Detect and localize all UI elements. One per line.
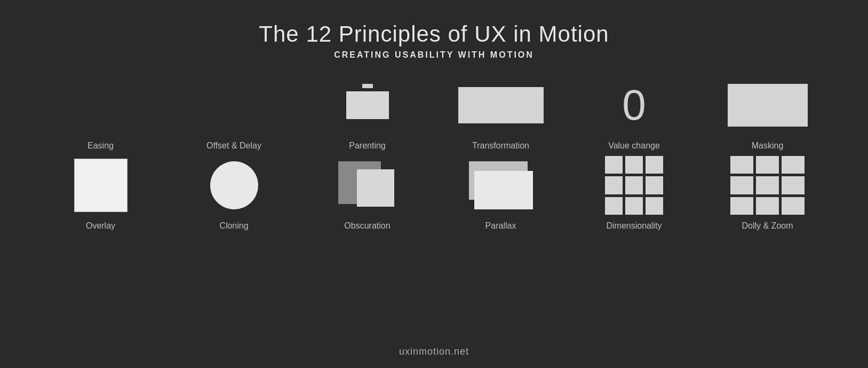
dimensionality-shape: [605, 156, 664, 215]
dimensionality-label: Dimensionality: [606, 221, 662, 231]
principle-parallax: Parallax: [440, 156, 562, 231]
transformation-label: Transformation: [472, 141, 529, 151]
principle-dimensionality: Dimensionality: [573, 156, 696, 231]
obscuration-label: Obscuration: [344, 221, 390, 231]
dolly-cell-9: [782, 197, 805, 215]
masking-shape: [728, 84, 808, 127]
dolly-zoom-shape: [730, 156, 805, 215]
principle-easing: Easing: [39, 76, 162, 151]
cloning-shape: [210, 161, 258, 209]
value-change-icon-area: 0: [622, 76, 646, 135]
parenting-label: Parenting: [349, 141, 386, 151]
easing-icon-area: [79, 76, 122, 135]
easing-shape: [79, 89, 122, 121]
offset-delay-icon-area: [213, 76, 256, 135]
principle-obscuration: Obscuration: [306, 156, 429, 231]
principle-offset-delay: Offset & Delay: [173, 76, 296, 151]
obscuration-front-rect: [357, 169, 394, 207]
dolly-cell-7: [730, 197, 753, 215]
dolly-cell-1: [730, 156, 753, 174]
dim-cell-5: [625, 176, 643, 194]
header: The 12 Principles of UX in Motion CREATI…: [259, 0, 609, 60]
parallax-shape: [469, 161, 533, 209]
dolly-cell-5: [756, 176, 779, 194]
masking-label: Masking: [752, 141, 784, 151]
parenting-top-rect: [362, 84, 373, 88]
dimensionality-icon-area: [605, 156, 664, 215]
dim-cell-2: [625, 156, 643, 174]
parenting-icon-area: [346, 76, 389, 135]
easing-label: Easing: [87, 141, 114, 151]
parallax-front-rect: [474, 171, 533, 209]
principle-cloning: Cloning: [173, 156, 296, 231]
cloning-icon-area: [210, 156, 258, 215]
offset-delay-shape: [213, 89, 256, 121]
page-subtitle: CREATING USABILITY WITH MOTION: [259, 50, 609, 60]
offset-delay-label: Offset & Delay: [206, 141, 261, 151]
page-title: The 12 Principles of UX in Motion: [259, 21, 609, 47]
dolly-zoom-icon-area: [730, 156, 805, 215]
overlay-label: Overlay: [86, 221, 115, 231]
principle-parenting: Parenting: [306, 76, 429, 151]
obscuration-shape: [338, 161, 397, 209]
dim-cell-1: [605, 156, 623, 174]
dim-cell-7: [605, 197, 623, 215]
obscuration-icon-area: [338, 156, 397, 215]
parallax-icon-area: [469, 156, 533, 215]
principle-overlay: Overlay: [39, 156, 162, 231]
dim-cell-4: [605, 176, 623, 194]
dolly-cell-4: [730, 176, 753, 194]
dolly-cell-2: [756, 156, 779, 174]
principles-grid: Easing Offset & Delay Parenting Tr: [0, 76, 868, 341]
cloning-label: Cloning: [219, 221, 248, 231]
principle-transformation: Transformation: [440, 76, 562, 151]
parallax-label: Parallax: [485, 221, 516, 231]
dim-cell-6: [646, 176, 663, 194]
dim-cell-8: [625, 197, 643, 215]
row-1: Easing Offset & Delay Parenting Tr: [0, 76, 868, 151]
principle-dolly-zoom: Dolly & Zoom: [706, 156, 829, 231]
overlay-icon-area: [74, 156, 128, 215]
value-change-shape: 0: [622, 84, 646, 127]
footer: uxinmotion.net: [399, 341, 469, 368]
value-change-label: Value change: [608, 141, 660, 151]
principle-masking: Masking: [706, 76, 829, 151]
masking-icon-area: [728, 76, 808, 135]
dim-cell-9: [646, 197, 663, 215]
dolly-cell-8: [756, 197, 779, 215]
overlay-shape: [74, 159, 128, 212]
dim-cell-3: [646, 156, 663, 174]
dolly-cell-6: [782, 176, 805, 194]
transformation-icon-area: [458, 76, 544, 135]
dolly-zoom-label: Dolly & Zoom: [742, 221, 793, 231]
footer-url: uxinmotion.net: [399, 346, 469, 357]
transformation-shape: [458, 87, 544, 123]
parenting-shape: [346, 84, 389, 127]
dolly-cell-3: [782, 156, 805, 174]
principle-value-change: 0 Value change: [573, 76, 696, 151]
parenting-main-rect: [346, 91, 389, 119]
row-2: Overlay Cloning Obscuration: [0, 156, 868, 231]
